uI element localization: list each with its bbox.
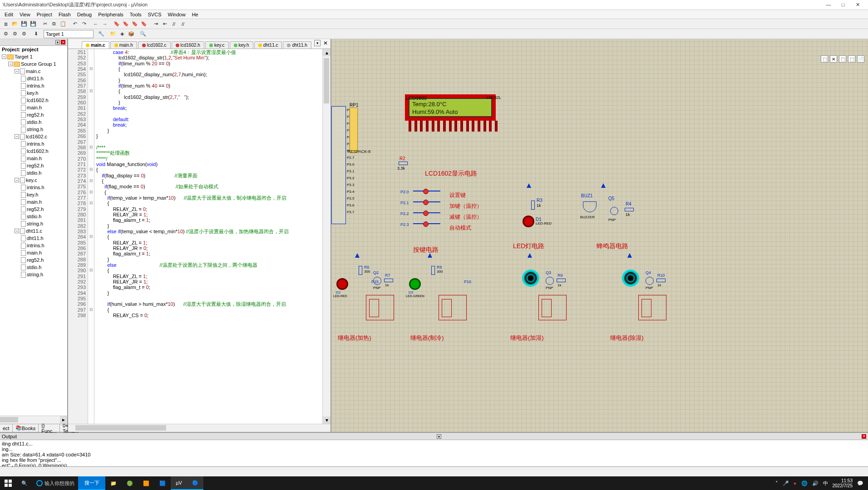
build-icon[interactable]: ⚙ [2, 30, 10, 38]
file-tab[interactable]: dht11.h [283, 41, 311, 49]
tree-header[interactable]: intrins.h [0, 242, 67, 249]
save-all-icon[interactable]: 💾 [29, 20, 37, 28]
sch-tool-icon[interactable]: ⬚ [839, 55, 846, 63]
nav-fwd-icon[interactable]: → [101, 20, 109, 28]
tab-books[interactable]: 📚Books [13, 424, 39, 432]
code-editor[interactable]: case 4: //界面4：显示设置湿度最小值 lcd1602_display_… [94, 49, 322, 424]
tray-network-icon[interactable]: 🌐 [801, 480, 808, 486]
minimize-button[interactable]: — [825, 2, 832, 8]
tree-file[interactable]: −lcd1602.c [0, 133, 67, 140]
sch-tool-icon[interactable]: 📄 [857, 55, 864, 63]
sch-tool-icon[interactable]: ✕ [830, 55, 837, 63]
output-text[interactable]: iling dht11.c...ing...am Size: data=61.4… [0, 440, 868, 466]
taskbar-search-button[interactable]: 搜一下 [78, 476, 105, 490]
options-icon[interactable]: 🔧 [97, 30, 105, 38]
tree-header[interactable]: dht11.h [0, 75, 67, 82]
taskbar-keil-icon[interactable]: µV [171, 476, 187, 490]
tree-header[interactable]: reg52.h [0, 206, 67, 213]
tab-project[interactable]: ect [0, 424, 13, 432]
download-icon[interactable]: ⬇ [32, 30, 40, 38]
tree-header[interactable]: stdio.h [0, 264, 67, 271]
tree-header[interactable]: key.h [0, 89, 67, 97]
file-tab[interactable]: main.h [110, 41, 137, 49]
build-all-icon[interactable]: ⚙ [20, 30, 28, 38]
panel-pin-icon[interactable]: ▾ [55, 40, 60, 44]
tree-header[interactable]: main.h [0, 249, 67, 256]
tray-volume-icon[interactable]: 🔊 [812, 480, 819, 486]
tree-header[interactable]: string.h [0, 220, 67, 227]
manage-project-icon[interactable]: 📁 [109, 30, 117, 38]
save-icon[interactable]: 💾 [20, 20, 28, 28]
tree-header[interactable]: reg52.h [0, 256, 67, 264]
comment-icon[interactable]: // [170, 20, 178, 28]
sch-tool-icon[interactable]: ⬚ [821, 55, 828, 63]
menu-edit[interactable]: Edit [2, 12, 16, 17]
nav-back-icon[interactable]: ← [92, 20, 100, 28]
new-file-icon[interactable]: 🗎 [2, 20, 10, 28]
panel-pin-icon[interactable]: ▾ [437, 434, 441, 439]
tree-file[interactable]: −dht11.c [0, 227, 67, 235]
tree-header[interactable]: lcd1602.h [0, 147, 67, 155]
tree-header[interactable]: reg52.h [0, 111, 67, 118]
tree-file[interactable]: −main.c [0, 68, 67, 75]
tree-header[interactable]: string.h [0, 271, 67, 278]
tray-chevron-icon[interactable]: ˄ [775, 480, 778, 486]
tree-header[interactable]: main.h [0, 198, 67, 206]
tray-clock[interactable]: 11:53 2022/7/25 [833, 478, 853, 488]
bookmark-prev-icon[interactable]: 🔖 [122, 20, 130, 28]
tree-file[interactable]: −key.c [0, 176, 67, 184]
tree-header[interactable]: stdio.h [0, 118, 67, 126]
menu-help[interactable]: He [189, 12, 201, 17]
start-button[interactable] [0, 476, 16, 490]
file-tab[interactable]: lcd1602.c [138, 41, 171, 49]
tab-dropdown-icon[interactable]: ▾ [314, 40, 321, 46]
outdent-icon[interactable]: ⇤ [161, 20, 169, 28]
menu-peripherals[interactable]: Peripherals [95, 12, 126, 17]
file-tab[interactable]: dht11.c [254, 41, 282, 49]
taskbar-explorer-icon[interactable]: 📁 [105, 476, 122, 490]
tree-header[interactable]: key.h [0, 191, 67, 198]
project-tree[interactable]: −Target 1−Source Group 1−main.cdht11.hin… [0, 53, 67, 416]
tree-header[interactable]: reg52.h [0, 162, 67, 169]
close-button[interactable]: ✕ [854, 2, 861, 8]
tab-close-icon[interactable]: ✕ [322, 40, 329, 46]
file-tab[interactable]: key.c [205, 41, 229, 49]
taskbar-app-icon[interactable]: 🟧 [138, 476, 154, 490]
tree-header[interactable]: lcd1602.h [0, 97, 67, 104]
tray-notifications-icon[interactable]: 💬 [857, 480, 863, 486]
uncomment-icon[interactable]: // [179, 20, 187, 28]
file-tab[interactable]: key.h [230, 41, 253, 49]
bookmark-next-icon[interactable]: 🔖 [131, 20, 139, 28]
debug-start-icon[interactable]: 🔍 [139, 30, 147, 38]
undo-icon[interactable]: ↶ [71, 20, 79, 28]
cut-icon[interactable]: ✂ [41, 20, 49, 28]
tray-record-icon[interactable]: ● [794, 480, 797, 486]
file-tab[interactable]: main.c [82, 41, 109, 49]
project-hscroll[interactable]: ▸ [0, 416, 67, 424]
copy-icon[interactable]: ⧉ [50, 20, 58, 28]
taskbar-app-icon[interactable]: 🟦 [154, 476, 171, 490]
scroll-up-icon[interactable]: ▴ [323, 49, 330, 56]
menu-debug[interactable]: Debug [74, 12, 94, 17]
paste-icon[interactable]: 📋 [59, 20, 67, 28]
menu-window[interactable]: Window [165, 12, 188, 17]
panel-close-icon[interactable]: ✕ [862, 434, 866, 439]
tree-header[interactable]: string.h [0, 126, 67, 133]
bookmark-icon[interactable]: 🔖 [113, 20, 121, 28]
panel-close-icon[interactable]: ✕ [61, 40, 65, 44]
cortana-search[interactable]: 输入你想搜的 [33, 480, 78, 487]
file-tab[interactable]: lcd1602.h [172, 41, 204, 49]
tree-header[interactable]: main.h [0, 104, 67, 111]
menu-view[interactable]: View [17, 12, 33, 17]
tray-mic-icon[interactable]: 🎤 [783, 480, 789, 486]
taskbar-app-icon[interactable]: 🟢 [122, 476, 138, 490]
tree-header[interactable]: stdio.h [0, 213, 67, 220]
tree-header[interactable]: intrins.h [0, 82, 67, 89]
scroll-down-icon[interactable]: ▾ [323, 416, 330, 424]
tray-ime-icon[interactable]: 中 [823, 480, 828, 487]
menu-tools[interactable]: Tools [127, 12, 144, 17]
menu-project[interactable]: Project [34, 12, 55, 17]
pack-installer-icon[interactable]: 📦 [127, 30, 135, 38]
redo-icon[interactable]: ↷ [80, 20, 88, 28]
search-icon[interactable]: 🔍 [16, 480, 33, 486]
